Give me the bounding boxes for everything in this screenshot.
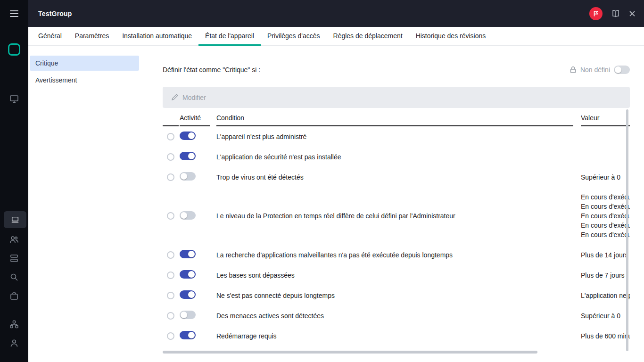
lock-icon — [570, 66, 577, 74]
table-row: Redémarrage requis Plus de 600 minu — [163, 326, 630, 346]
search-icon[interactable] — [9, 272, 19, 282]
tab-regles-deplacement[interactable]: Règles de déplacement — [327, 27, 409, 46]
row-toggle[interactable] — [180, 211, 196, 220]
condition-column-header: Condition — [216, 114, 573, 126]
device-status-panel: Définir l'état comme "Critique" si : Non… — [163, 46, 644, 362]
tab-historique-revisions[interactable]: Historique des révisions — [409, 27, 493, 46]
modifier-label: Modifier — [182, 94, 206, 101]
row-radio[interactable] — [167, 133, 174, 140]
app-logo — [8, 43, 20, 56]
panel-heading: Définir l'état comme "Critique" si : — [163, 66, 260, 74]
help-book-icon[interactable] — [611, 9, 620, 18]
tab-privileges-acces[interactable]: Privilèges d'accès — [261, 27, 327, 46]
radio-column-header — [163, 111, 179, 126]
condition-label: Ne s'est pas connecté depuis longtemps — [216, 292, 573, 299]
condition-label: Les bases sont dépassées — [216, 272, 573, 279]
table-row: Trop de virus ont été détectés Supérieur… — [163, 167, 630, 187]
severity-item-avertissement[interactable]: Avertissement — [30, 73, 139, 88]
row-radio[interactable] — [167, 312, 174, 320]
table-row: L'application de sécurité n'est pas inst… — [163, 147, 630, 167]
row-toggle[interactable] — [180, 290, 196, 299]
value-label: Plus de 7 jours — [581, 272, 630, 279]
monitoring-icon[interactable] — [9, 94, 19, 104]
value-label: Plus de 600 minu — [581, 332, 630, 340]
row-radio[interactable] — [167, 173, 174, 181]
title-bar: TestGroup — [28, 0, 644, 27]
table-header: Activité Condition Valeur — [163, 111, 630, 126]
value-label: Supérieur à 0 — [581, 173, 630, 181]
horizontal-scrollbar-thumb[interactable] — [163, 351, 537, 354]
row-toggle[interactable] — [180, 132, 196, 140]
users-icon[interactable] — [9, 235, 19, 244]
row-toggle[interactable] — [180, 311, 196, 319]
lock-label: Non défini — [580, 66, 610, 74]
nav-rail — [0, 0, 28, 362]
row-toggle[interactable] — [180, 152, 196, 160]
devices-icon[interactable] — [4, 211, 26, 228]
row-radio[interactable] — [167, 212, 174, 220]
servers-icon[interactable] — [9, 254, 19, 263]
row-radio[interactable] — [167, 251, 174, 259]
table-row: Les bases sont dépassées Plus de 7 jours — [163, 265, 630, 285]
value-label: L'application ne p — [581, 292, 630, 299]
horizontal-scrollbar — [163, 351, 630, 354]
tab-bar: Général Paramètres Installation automati… — [28, 27, 644, 46]
row-radio[interactable] — [167, 292, 174, 299]
row-toggle[interactable] — [180, 172, 196, 181]
value-label: Plus de 14 jours — [581, 251, 630, 259]
close-icon[interactable] — [629, 10, 636, 17]
severity-list: Critique Avertissement — [28, 46, 163, 362]
tab-general[interactable]: Général — [32, 27, 68, 46]
account-icon[interactable] — [9, 338, 19, 348]
condition-label: Trop de virus ont été détectés — [216, 173, 573, 181]
tab-parametres[interactable]: Paramètres — [68, 27, 116, 46]
table-row: Ne s'est pas connecté depuis longtemps L… — [163, 285, 630, 305]
activity-column-header: Activité — [180, 114, 210, 126]
hierarchy-icon[interactable] — [9, 320, 19, 329]
condition-label: La recherche d'applications malveillante… — [216, 251, 573, 259]
value-column-header: Valeur — [581, 114, 630, 126]
condition-label: Des menaces actives sont détectées — [216, 312, 573, 320]
row-radio[interactable] — [167, 332, 174, 340]
tab-etat-appareil[interactable]: État de l'appareil — [198, 27, 261, 46]
value-label: En cours d'exécu En cours d'exécu En cou… — [581, 192, 630, 239]
modifier-button[interactable]: Modifier — [163, 87, 630, 108]
condition-label: Redémarrage requis — [216, 332, 573, 340]
table-row: L'appareil n'est plus administré — [163, 126, 630, 147]
vertical-scrollbar[interactable] — [626, 109, 628, 351]
row-radio[interactable] — [167, 153, 174, 161]
table-row: Le niveau de la Protection en temps réel… — [163, 187, 630, 245]
group-title: TestGroup — [28, 10, 72, 17]
condition-label: L'application de sécurité n'est pas inst… — [216, 153, 573, 161]
tasks-icon[interactable] — [9, 291, 19, 301]
pencil-icon — [171, 94, 178, 101]
lock-toggle[interactable] — [614, 66, 630, 74]
row-radio[interactable] — [167, 272, 174, 279]
table-row: Des menaces actives sont détectées Supér… — [163, 305, 630, 326]
condition-label: L'appareil n'est plus administré — [216, 133, 573, 140]
row-toggle[interactable] — [180, 250, 196, 258]
row-toggle[interactable] — [180, 270, 196, 279]
row-toggle[interactable] — [180, 331, 196, 339]
app-window: TestGroup Général Paramètres Installatio… — [0, 0, 644, 362]
menu-icon[interactable] — [10, 8, 18, 19]
condition-label: Le niveau de la Protection en temps réel… — [216, 212, 573, 220]
severity-item-critique[interactable]: Critique — [30, 56, 139, 71]
notifications-flag-badge[interactable] — [589, 7, 603, 20]
table-row: La recherche d'applications malveillante… — [163, 245, 630, 265]
tab-installation-automatique[interactable]: Installation automatique — [116, 27, 198, 46]
value-label: Supérieur à 0 — [581, 312, 630, 320]
